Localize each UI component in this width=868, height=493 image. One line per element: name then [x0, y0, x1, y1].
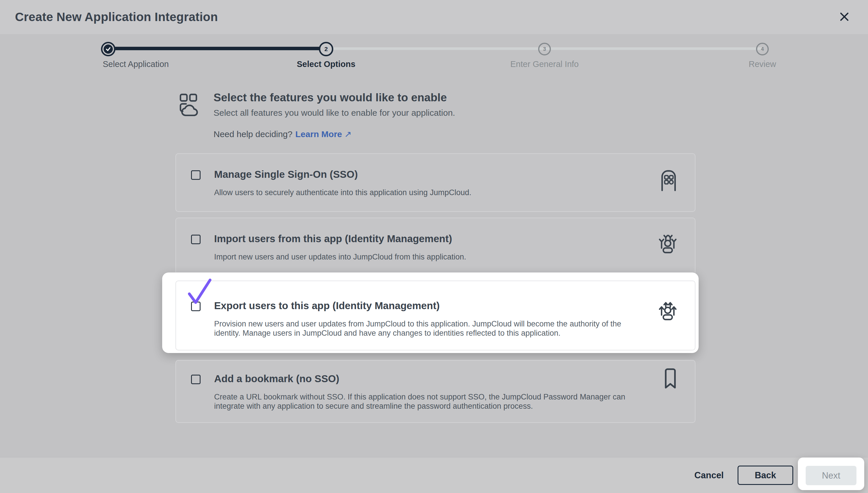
- page-subtitle: Select all features you would like to en…: [214, 108, 455, 118]
- option-title: Export users to this app (Identity Manag…: [214, 300, 636, 312]
- option-card-bookmark[interactable]: Add a bookmark (no SSO) Create a URL boo…: [175, 360, 695, 423]
- step-1-label: Select Application: [103, 60, 169, 69]
- step-2-indicator[interactable]: 2: [319, 42, 333, 56]
- help-prompt: Need help deciding?: [214, 129, 293, 139]
- modal-title: Create New Application Integration: [15, 10, 218, 24]
- step-2-number: 2: [324, 46, 328, 52]
- modal-footer: Cancel Back Next: [0, 457, 868, 493]
- next-button[interactable]: Next: [806, 466, 856, 485]
- close-button[interactable]: [837, 9, 852, 24]
- back-button[interactable]: Back: [738, 466, 793, 485]
- step-3-number: 3: [543, 46, 546, 52]
- wizard-stepper: 2 3 4 Select Application Select Options …: [0, 34, 868, 80]
- step-1-indicator[interactable]: [101, 42, 115, 56]
- stepper-track-completed: [108, 47, 327, 50]
- help-text: Need help deciding?Learn More↗: [214, 129, 352, 139]
- learn-more-link[interactable]: Learn More: [295, 129, 342, 139]
- bookmark-icon: [664, 367, 677, 391]
- modal-header: Create New Application Integration: [0, 0, 868, 34]
- export-users-icon: [659, 300, 677, 322]
- sso-checkbox[interactable]: [191, 170, 201, 180]
- option-description: Create a URL bookmark without SSO. If th…: [214, 392, 636, 411]
- option-title: Import users from this app (Identity Man…: [214, 233, 466, 244]
- step-3-indicator: 3: [538, 43, 551, 56]
- option-description: Provision new users and user updates fro…: [214, 319, 636, 338]
- spotlight-next-highlight: Next: [798, 457, 864, 490]
- option-description: Allow users to securely authenticate int…: [214, 188, 471, 197]
- page-title: Select the features you would like to en…: [214, 91, 447, 104]
- import-users-checkbox[interactable]: [191, 235, 201, 244]
- apps-cloud-icon: [178, 92, 199, 119]
- import-users-icon: [659, 233, 677, 255]
- spotlight-card-highlight: Export users to this app (Identity Manag…: [162, 273, 698, 353]
- option-card-import-users[interactable]: Import users from this app (Identity Man…: [175, 218, 695, 276]
- external-link-arrow-icon: ↗: [344, 129, 352, 139]
- option-card-sso[interactable]: Manage Single Sign-On (SSO) Allow users …: [175, 153, 695, 212]
- bookmark-checkbox[interactable]: [191, 374, 201, 384]
- close-icon: [839, 11, 850, 23]
- step-4-label: Review: [749, 60, 776, 69]
- sso-apps-icon: [660, 169, 677, 193]
- step-4-number: 4: [761, 46, 764, 52]
- option-description: Import new users and user updates into J…: [214, 252, 466, 262]
- step-3-label: Enter General Info: [510, 60, 579, 69]
- export-users-checkbox[interactable]: [191, 302, 201, 311]
- option-card-export-users[interactable]: Export users to this app (Identity Manag…: [175, 281, 695, 350]
- step-4-indicator: 4: [756, 43, 769, 56]
- cancel-button[interactable]: Cancel: [689, 467, 730, 484]
- annotation-checkmark-icon: [186, 276, 218, 308]
- check-icon: [104, 44, 113, 54]
- option-title: Manage Single Sign-On (SSO): [214, 169, 471, 180]
- step-2-label: Select Options: [297, 60, 355, 69]
- option-title: Add a bookmark (no SSO): [214, 373, 636, 384]
